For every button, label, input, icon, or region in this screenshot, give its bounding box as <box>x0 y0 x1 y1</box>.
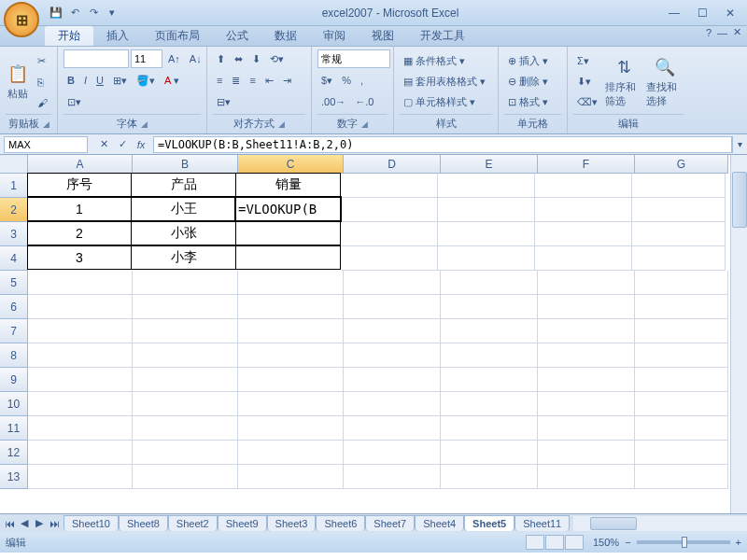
cell-C12[interactable] <box>238 441 344 465</box>
align-top-button[interactable]: ⬆ <box>213 49 229 68</box>
autosum-button[interactable]: Σ▾ <box>573 52 601 71</box>
sheet-tab-Sheet9[interactable]: Sheet9 <box>218 515 267 531</box>
help-icon[interactable]: ? <box>706 27 712 38</box>
italic-button[interactable]: I <box>80 71 91 90</box>
cell-A4[interactable]: 3 <box>27 245 132 270</box>
select-all-corner[interactable] <box>0 155 28 174</box>
cell-B8[interactable] <box>133 343 238 368</box>
cell-D1[interactable] <box>341 174 438 198</box>
cell-G8[interactable] <box>635 343 728 368</box>
cell-D9[interactable] <box>344 368 441 392</box>
cell-F4[interactable] <box>535 246 632 271</box>
qat-dropdown-icon[interactable]: ▾ <box>105 6 120 21</box>
align-middle-button[interactable]: ⬌ <box>231 49 247 68</box>
cell-D3[interactable] <box>341 222 438 246</box>
cell-F6[interactable] <box>538 295 635 319</box>
cell-G6[interactable] <box>635 295 728 319</box>
cell-C5[interactable] <box>238 271 344 295</box>
page-break-view-button[interactable] <box>565 535 584 550</box>
cell-D11[interactable] <box>344 416 441 441</box>
cell-B7[interactable] <box>133 319 238 343</box>
cell-C7[interactable] <box>238 319 344 343</box>
maximize-button[interactable]: ☐ <box>689 5 715 21</box>
cell-F7[interactable] <box>538 319 635 343</box>
cell-G12[interactable] <box>635 441 728 465</box>
cell-G11[interactable] <box>635 416 728 441</box>
row-header-12[interactable]: 12 <box>0 441 28 465</box>
cell-A2[interactable]: 1 <box>27 197 132 221</box>
cell-A9[interactable] <box>28 368 133 392</box>
cell-B9[interactable] <box>133 368 238 392</box>
currency-button[interactable]: $▾ <box>317 71 336 90</box>
row-header-8[interactable]: 8 <box>0 343 28 368</box>
cell-E6[interactable] <box>441 295 538 319</box>
page-layout-view-button[interactable] <box>545 535 564 550</box>
row-header-13[interactable]: 13 <box>0 465 28 489</box>
cell-E10[interactable] <box>441 392 538 416</box>
office-button[interactable]: ⊞ <box>4 2 39 37</box>
sheet-tab-Sheet3[interactable]: Sheet3 <box>267 515 317 531</box>
ribbon-tab-7[interactable]: 开发工具 <box>407 26 478 46</box>
zoom-level[interactable]: 150% <box>593 537 619 548</box>
cell-C1[interactable]: 销量 <box>235 173 341 197</box>
underline-button[interactable]: U <box>92 71 107 90</box>
cell-F2[interactable] <box>535 198 632 222</box>
column-header-F[interactable]: F <box>538 155 635 174</box>
cell-C2[interactable]: =VLOOKUP(B <box>235 197 341 221</box>
cell-D12[interactable] <box>344 441 441 465</box>
bold-button[interactable]: B <box>63 71 78 90</box>
row-header-4[interactable]: 4 <box>0 246 28 271</box>
format-cells-button[interactable]: ⊡格式▾ <box>504 93 561 112</box>
align-bottom-button[interactable]: ⬇ <box>248 49 264 68</box>
align-right-button[interactable]: ≡ <box>246 71 259 90</box>
cell-C11[interactable] <box>238 416 344 441</box>
column-header-A[interactable]: A <box>28 155 133 174</box>
indent-increase-button[interactable]: ⇥ <box>279 71 295 90</box>
cell-C13[interactable] <box>238 465 344 489</box>
border-menu-button[interactable]: ⊡▾ <box>63 92 85 111</box>
cell-A7[interactable] <box>28 319 133 343</box>
cell-B1[interactable]: 产品 <box>131 173 236 197</box>
cell-E4[interactable] <box>438 246 535 271</box>
fill-color-button[interactable]: 🪣▾ <box>133 71 159 90</box>
cell-B5[interactable] <box>133 271 238 295</box>
cell-D4[interactable] <box>341 246 438 271</box>
doc-close-icon[interactable]: ✕ <box>733 26 741 38</box>
font-family-select[interactable] <box>63 49 129 68</box>
cancel-formula-button[interactable]: ✕ <box>95 136 112 153</box>
cell-G3[interactable] <box>632 222 726 246</box>
insert-function-button[interactable]: fx <box>133 136 149 153</box>
cell-B13[interactable] <box>133 465 238 489</box>
cell-E3[interactable] <box>438 222 535 246</box>
cell-B12[interactable] <box>133 441 238 465</box>
cell-F1[interactable] <box>535 174 632 198</box>
tab-next-button[interactable]: ▶ <box>32 516 47 531</box>
cell-B2[interactable]: 小王 <box>131 197 236 221</box>
cell-E12[interactable] <box>441 441 538 465</box>
conditional-format-button[interactable]: ▦条件格式▾ <box>400 52 492 71</box>
cell-F11[interactable] <box>538 416 635 441</box>
format-painter-button[interactable]: 🖌 <box>34 93 51 112</box>
column-header-G[interactable]: G <box>635 155 728 174</box>
orientation-button[interactable]: ⟲▾ <box>266 49 288 68</box>
cell-E7[interactable] <box>441 319 538 343</box>
font-size-select[interactable] <box>131 49 162 68</box>
cell-A6[interactable] <box>28 295 133 319</box>
cell-E2[interactable] <box>438 198 535 222</box>
enter-formula-button[interactable]: ✓ <box>114 136 131 153</box>
number-format-select[interactable] <box>317 49 390 68</box>
redo-icon[interactable]: ↷ <box>86 6 101 21</box>
fill-button[interactable]: ⬇▾ <box>573 73 601 91</box>
zoom-in-button[interactable]: + <box>736 537 741 548</box>
cell-E1[interactable] <box>438 174 535 198</box>
font-color-button[interactable]: A▾ <box>161 71 183 90</box>
copy-button[interactable]: ⎘ <box>34 73 51 91</box>
paste-button[interactable]: 📋 粘贴 <box>6 49 30 114</box>
cell-F12[interactable] <box>538 441 635 465</box>
expand-formula-bar-button[interactable]: ▾ <box>732 136 747 153</box>
cell-G9[interactable] <box>635 368 728 392</box>
column-header-C[interactable]: C <box>238 155 344 174</box>
ribbon-tab-6[interactable]: 视图 <box>359 26 407 46</box>
cell-A1[interactable]: 序号 <box>27 173 132 197</box>
close-button[interactable]: ✕ <box>717 5 743 21</box>
